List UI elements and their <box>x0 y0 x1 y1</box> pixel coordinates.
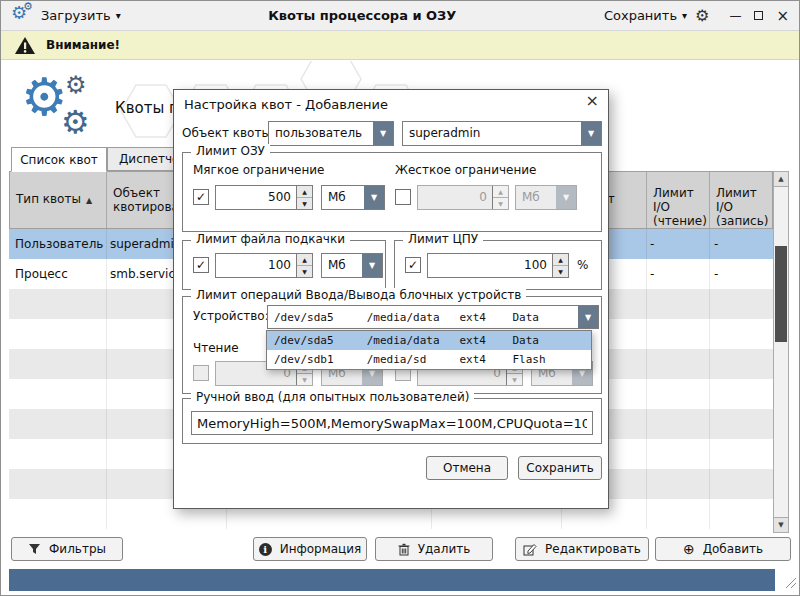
load-dropdown-button[interactable]: Загрузить ▾ <box>41 8 121 23</box>
combo-arrow-icon[interactable]: ▼ <box>581 122 601 145</box>
combo-value: Мб <box>516 186 556 209</box>
edit-button[interactable]: Редактировать <box>515 537 649 561</box>
settings-gear-icon[interactable]: ⚙ <box>695 6 709 25</box>
device-option-sdb1[interactable]: /dev/sdb1 /media/sd ext4 Flash <box>267 350 591 369</box>
device-option-sda5[interactable]: /dev/sda5 /media/data ext4 Data <box>267 331 591 350</box>
combo-value: superadmin <box>403 122 581 145</box>
hard-limit-unit-combo: Мб ▼ <box>515 185 577 210</box>
save-label: Сохранить <box>604 8 677 23</box>
spinner-down-button[interactable]: ▼ <box>297 198 312 209</box>
soft-limit-spinner[interactable]: 500 ▲ ▼ <box>215 185 313 210</box>
information-button[interactable]: i Информация <box>253 537 367 561</box>
spinner-up-button[interactable]: ▲ <box>553 254 568 266</box>
combo-arrow-icon[interactable]: ▼ <box>578 306 598 328</box>
swap-limit-checkbox[interactable]: ✓ <box>193 257 209 273</box>
swap-limit-spinner[interactable]: 100 ▲ ▼ <box>215 253 313 278</box>
read-label: Чтение <box>193 341 239 355</box>
chevron-down-icon: ▾ <box>682 11 687 21</box>
scroll-up-button[interactable]: ▲ <box>774 172 788 187</box>
spinner-up-button[interactable]: ▲ <box>297 186 312 198</box>
combo-arrow-icon: ▼ <box>556 186 576 209</box>
delete-button[interactable]: Удалить <box>375 537 493 561</box>
load-label: Загрузить <box>41 8 111 23</box>
scroll-down-button[interactable]: ▼ <box>774 517 788 532</box>
device-combo[interactable]: /dev/sda5 /media/data ext4 Data ▼ <box>267 305 599 329</box>
column-separator <box>646 229 647 529</box>
quota-settings-dialog: Настройка квот - Добавление × Объект кво… <box>173 89 609 509</box>
soft-limit-unit-combo[interactable]: Мб ▼ <box>321 185 385 210</box>
spinner-down-button: ▼ <box>297 374 312 385</box>
spinner-down-button: ▼ <box>493 198 508 209</box>
dialog-title: Настройка квот - Добавление <box>184 97 388 112</box>
io-read-checkbox <box>193 365 209 381</box>
sort-ascending-icon: ▲ <box>86 196 92 205</box>
hard-limit-checkbox[interactable] <box>395 189 411 205</box>
device-label: Устройство: <box>193 309 269 323</box>
spinner-value: 100 <box>216 254 296 277</box>
edit-pencil-icon <box>523 543 537 556</box>
logo-gear-small-icon: ⚙ <box>65 71 87 99</box>
close-button[interactable]: × <box>776 7 789 25</box>
scrollbar-thumb[interactable] <box>775 246 787 342</box>
funnel-icon <box>28 543 41 555</box>
table-header-type[interactable]: Тип квоты▲ <box>10 172 107 228</box>
spinner-up-button: ▲ <box>493 186 508 198</box>
table-header-io-write[interactable]: Лимит I/O (запись) <box>710 172 774 228</box>
logo-gear-medium-icon: ⚙ <box>61 103 90 141</box>
window-title: Квоты процессора и ОЗУ <box>129 8 596 23</box>
cpu-limit-legend: Лимит ЦПУ <box>403 232 483 246</box>
save-dropdown-button[interactable]: Сохранить ▾ <box>604 8 687 23</box>
save-button[interactable]: Сохранить <box>518 456 602 480</box>
maximize-button[interactable] <box>754 11 763 20</box>
table-header-io-read[interactable]: Лимит I/O (чтение) <box>647 172 710 228</box>
dialog-close-icon[interactable]: × <box>586 93 599 109</box>
scroll-down-icon: ▼ <box>778 521 783 529</box>
column-separator <box>106 229 107 529</box>
manual-input-legend: Ручной ввод (для опытных пользователей) <box>191 390 474 404</box>
manual-input-group: Ручной ввод (для опытных пользователей) <box>182 398 602 444</box>
resize-grip[interactable] <box>783 574 797 593</box>
tab-quota-list[interactable]: Список квот <box>11 147 107 172</box>
spinner-up-button[interactable]: ▲ <box>297 254 312 266</box>
swap-limit-unit-combo[interactable]: Мб ▼ <box>321 253 383 278</box>
hard-limit-spinner: 0 ▲ ▼ <box>417 185 509 210</box>
chevron-down-icon: ▾ <box>116 11 121 21</box>
hard-limit-label: Жесткое ограничение <box>395 163 536 177</box>
cpu-limit-spinner[interactable]: 100 ▲ ▼ <box>427 253 569 278</box>
filters-button[interactable]: Фильтры <box>11 537 123 561</box>
swap-limit-legend: Лимит файла подкачки <box>191 232 350 246</box>
spinner-down-button[interactable]: ▼ <box>553 266 568 277</box>
vertical-scrollbar[interactable]: ▲ ▼ <box>773 171 789 533</box>
quota-object-type-combo[interactable]: пользователь ▼ <box>268 121 394 146</box>
checkmark-icon: ✓ <box>408 258 418 272</box>
add-button[interactable]: ⊕ Добавить <box>655 537 791 561</box>
cancel-button[interactable]: Отмена <box>426 456 508 480</box>
cpu-limit-group: Лимит ЦПУ ✓ 100 ▲ ▼ % <box>394 240 602 290</box>
manual-input-field[interactable] <box>191 411 593 435</box>
combo-arrow-icon[interactable]: ▼ <box>364 186 384 209</box>
minimize-button[interactable]: — <box>729 9 741 23</box>
combo-value: /dev/sda5 /media/data ext4 Data <box>268 306 578 328</box>
percent-label: % <box>577 258 588 272</box>
combo-value: Мб <box>322 186 364 209</box>
app-logo-gear-icon: ⚙ ⚙ <box>11 5 33 27</box>
quota-object-value-combo[interactable]: superadmin ▼ <box>402 121 602 146</box>
tab-label: Список квот <box>20 153 98 167</box>
info-icon: i <box>259 543 272 556</box>
io-limit-legend: Лимит операций Ввода/Вывода блочных устр… <box>191 288 526 302</box>
warning-triangle-icon <box>14 36 36 55</box>
ram-limit-legend: Лимит ОЗУ <box>191 144 270 158</box>
app-window: ⚙ ⚙ Загрузить ▾ Квоты процессора и ОЗУ С… <box>0 0 800 596</box>
combo-arrow-icon[interactable]: ▼ <box>373 122 393 145</box>
warning-banner: Внимание! <box>1 31 799 60</box>
status-bar <box>9 569 775 591</box>
spinner-down-button[interactable]: ▼ <box>297 266 312 277</box>
cpu-limit-checkbox[interactable]: ✓ <box>405 257 421 273</box>
soft-limit-checkbox[interactable]: ✓ <box>193 189 209 205</box>
combo-value: Мб <box>322 254 362 277</box>
combo-value: пользователь <box>269 122 373 145</box>
checkmark-icon: ✓ <box>196 258 206 272</box>
spinner-down-button: ▼ <box>507 374 522 385</box>
checkmark-icon: ✓ <box>196 190 206 204</box>
combo-arrow-icon[interactable]: ▼ <box>362 254 382 277</box>
